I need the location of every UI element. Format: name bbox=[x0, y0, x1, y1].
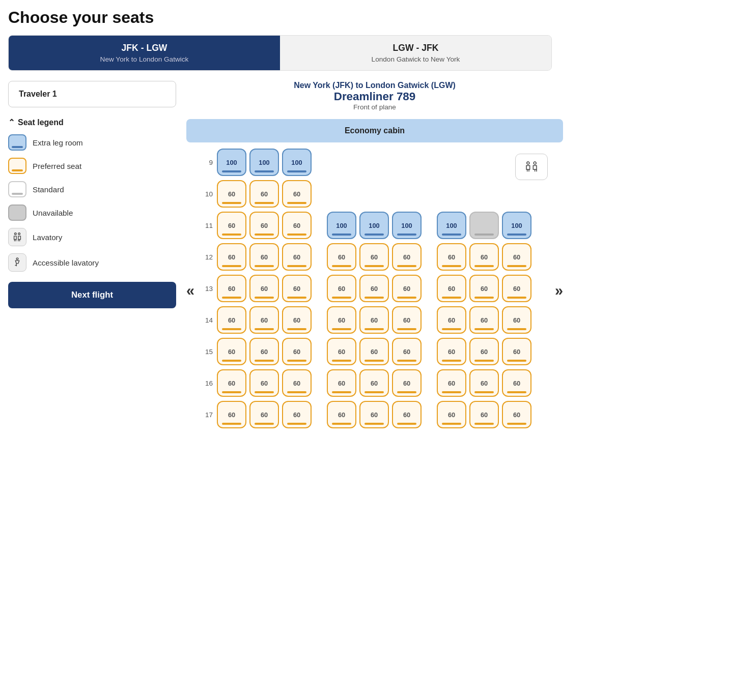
seat-extra-leg[interactable]: 100 bbox=[392, 212, 422, 239]
seat-preferred[interactable]: 60 bbox=[437, 401, 466, 428]
seat-extra-leg[interactable]: 100 bbox=[502, 212, 531, 239]
seat-group: 606060 bbox=[327, 306, 422, 334]
seat-preferred[interactable]: 60 bbox=[217, 180, 246, 208]
legend-lavatory: Lavatory bbox=[8, 228, 176, 246]
seat-preferred[interactable]: 60 bbox=[282, 369, 312, 397]
row-number: 17 bbox=[202, 411, 217, 419]
seat-preferred[interactable]: 60 bbox=[469, 243, 499, 271]
legend-label-accessible: Accessible lavatory bbox=[33, 258, 99, 267]
seat-preferred[interactable]: 60 bbox=[249, 369, 279, 397]
seat-preferred[interactable]: 60 bbox=[282, 306, 312, 334]
legend-preferred: Preferred seat bbox=[8, 158, 176, 174]
seat-preferred[interactable]: 60 bbox=[217, 212, 246, 239]
seat-preferred[interactable]: 60 bbox=[282, 275, 312, 302]
legend-extra-leg: Extra leg room bbox=[8, 134, 176, 151]
scroll-right-button[interactable]: » bbox=[555, 282, 563, 299]
seat-preferred[interactable]: 60 bbox=[249, 212, 279, 239]
seat-preferred[interactable]: 60 bbox=[249, 306, 279, 334]
seat-preferred[interactable]: 60 bbox=[249, 401, 279, 428]
seat-preferred[interactable]: 60 bbox=[327, 306, 356, 334]
seat-extra-leg[interactable]: 100 bbox=[217, 149, 246, 176]
seat-preferred[interactable]: 60 bbox=[359, 401, 389, 428]
seat-preferred[interactable]: 60 bbox=[392, 338, 422, 365]
seat-preferred[interactable]: 60 bbox=[359, 369, 389, 397]
seat-extra-leg[interactable]: 100 bbox=[359, 212, 389, 239]
seat-preferred[interactable]: 60 bbox=[502, 338, 531, 365]
seat-preferred[interactable]: 60 bbox=[392, 243, 422, 271]
seat-preferred[interactable]: 60 bbox=[359, 306, 389, 334]
legend-icon-preferred bbox=[8, 158, 26, 174]
seat-preferred[interactable]: 60 bbox=[437, 275, 466, 302]
seat-preferred[interactable]: 60 bbox=[282, 401, 312, 428]
seat-preferred[interactable]: 60 bbox=[217, 306, 246, 334]
seat-preferred[interactable]: 60 bbox=[469, 275, 499, 302]
tab-jfk-lgw-route: JFK - LGW bbox=[19, 43, 270, 53]
seat-preferred[interactable]: 60 bbox=[217, 369, 246, 397]
seat-row: 9100100100 bbox=[202, 149, 548, 176]
seat-preferred[interactable]: 60 bbox=[392, 306, 422, 334]
seat-preferred[interactable]: 60 bbox=[327, 275, 356, 302]
seat-preferred[interactable]: 60 bbox=[469, 338, 499, 365]
seat-preferred[interactable]: 60 bbox=[392, 369, 422, 397]
seat-preferred[interactable]: 60 bbox=[282, 180, 312, 208]
seat-preferred[interactable]: 60 bbox=[469, 369, 499, 397]
seat-preferred[interactable]: 60 bbox=[392, 401, 422, 428]
seat-preferred[interactable]: 60 bbox=[359, 275, 389, 302]
legend-icon-accessible bbox=[8, 253, 26, 272]
seat-group: 606060 bbox=[217, 243, 312, 271]
seat-preferred[interactable]: 60 bbox=[217, 275, 246, 302]
seat-preferred[interactable]: 60 bbox=[282, 338, 312, 365]
seat-preferred[interactable]: 60 bbox=[327, 401, 356, 428]
page-title: Choose your seats bbox=[8, 8, 552, 27]
legend-label-extra-leg: Extra leg room bbox=[33, 138, 83, 147]
seat-preferred[interactable]: 60 bbox=[359, 243, 389, 271]
legend-accessible: Accessible lavatory bbox=[8, 253, 176, 272]
seat-group: 606060 bbox=[437, 401, 531, 428]
legend-title: ⌃ Seat legend bbox=[8, 118, 176, 127]
tab-jfk-lgw[interactable]: JFK - LGW New York to London Gatwick bbox=[9, 36, 280, 70]
lavatory-indicator bbox=[515, 154, 548, 180]
seat-preferred[interactable]: 60 bbox=[469, 306, 499, 334]
svg-point-0 bbox=[15, 233, 17, 235]
seat-preferred[interactable]: 60 bbox=[392, 275, 422, 302]
seat-preferred[interactable]: 60 bbox=[502, 243, 531, 271]
tab-lgw-jfk-route: LGW - JFK bbox=[290, 43, 541, 53]
seat-group: 606060 bbox=[217, 306, 312, 334]
seat-preferred[interactable]: 60 bbox=[217, 243, 246, 271]
seat-preferred[interactable]: 60 bbox=[249, 338, 279, 365]
seat-preferred[interactable]: 60 bbox=[249, 275, 279, 302]
seat-preferred[interactable]: 60 bbox=[359, 338, 389, 365]
right-panel: New York (JFK) to London Gatwick (LGW) D… bbox=[186, 81, 563, 432]
seat-preferred[interactable]: 60 bbox=[217, 401, 246, 428]
scroll-left-button[interactable]: « bbox=[186, 282, 194, 299]
legend-icon-lavatory bbox=[8, 228, 26, 246]
seat-preferred[interactable]: 60 bbox=[502, 275, 531, 302]
seat-preferred[interactable]: 60 bbox=[469, 401, 499, 428]
seat-preferred[interactable]: 60 bbox=[437, 369, 466, 397]
seat-preferred[interactable]: 60 bbox=[502, 306, 531, 334]
seat-preferred[interactable]: 60 bbox=[437, 306, 466, 334]
seat-row: 13606060606060606060 bbox=[202, 275, 548, 302]
seat-preferred[interactable]: 60 bbox=[249, 243, 279, 271]
seat-preferred[interactable]: 60 bbox=[249, 180, 279, 208]
seat-preferred[interactable]: 60 bbox=[282, 243, 312, 271]
seat-preferred[interactable]: 60 bbox=[502, 401, 531, 428]
tab-lgw-jfk[interactable]: LGW - JFK London Gatwick to New York bbox=[280, 36, 551, 70]
seat-extra-leg[interactable]: 100 bbox=[282, 149, 312, 176]
seat-group: 606060 bbox=[327, 338, 422, 365]
seat-preferred[interactable]: 60 bbox=[327, 338, 356, 365]
next-flight-button[interactable]: Next flight bbox=[8, 282, 176, 308]
seat-group: 606060 bbox=[437, 306, 531, 334]
seat-preferred[interactable]: 60 bbox=[282, 212, 312, 239]
seat-preferred[interactable]: 60 bbox=[437, 243, 466, 271]
seat-extra-leg[interactable]: 100 bbox=[249, 149, 279, 176]
seat-preferred[interactable]: 60 bbox=[217, 338, 246, 365]
seat-preferred[interactable]: 60 bbox=[327, 243, 356, 271]
seat-extra-leg[interactable]: 100 bbox=[437, 212, 466, 239]
seat-preferred[interactable]: 60 bbox=[502, 369, 531, 397]
seat-group: 606060 bbox=[437, 338, 531, 365]
legend-icon-unavailable bbox=[8, 205, 26, 221]
seat-extra-leg[interactable]: 100 bbox=[327, 212, 356, 239]
seat-preferred[interactable]: 60 bbox=[437, 338, 466, 365]
seat-preferred[interactable]: 60 bbox=[327, 369, 356, 397]
